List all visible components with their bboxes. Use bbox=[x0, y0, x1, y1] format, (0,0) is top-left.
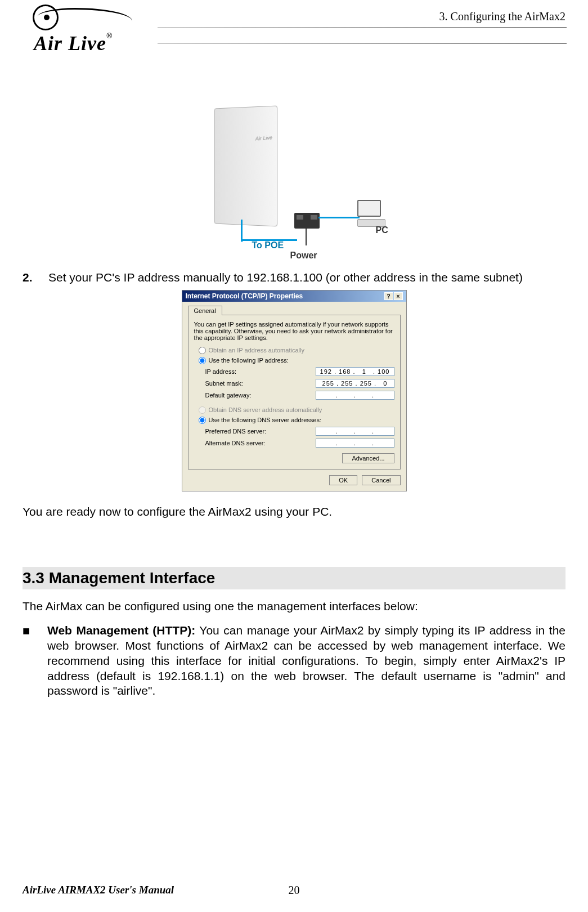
obtain-dns-auto-radio[interactable] bbox=[199, 406, 206, 414]
page-footer: AirLive AIRMAX2 User's Manual 20 bbox=[23, 884, 565, 896]
bullet-text: Web Management (HTTP): You can manage yo… bbox=[47, 623, 565, 699]
footer-manual-title: AirLive AIRMAX2 User's Manual bbox=[23, 884, 174, 896]
alternate-dns-field[interactable] bbox=[316, 439, 394, 448]
airmax-device-icon: Air Live bbox=[214, 105, 277, 226]
logo-text: Air Live® bbox=[34, 32, 113, 55]
cancel-button[interactable]: Cancel bbox=[362, 475, 400, 485]
step-text: Set your PC's IP address manually to 192… bbox=[48, 270, 565, 285]
use-following-dns-radio[interactable] bbox=[199, 417, 206, 424]
power-cable-icon bbox=[306, 229, 307, 245]
dialog-intro-text: You can get IP settings assigned automat… bbox=[194, 321, 394, 341]
subnet-mask-field[interactable] bbox=[316, 379, 394, 388]
power-label: Power bbox=[290, 251, 317, 261]
obtain-ip-auto-radio[interactable] bbox=[199, 347, 206, 354]
tcpip-properties-dialog: Internet Protocol (TCP/IP) Properties ?×… bbox=[182, 290, 407, 491]
bullet-icon: ■ bbox=[23, 623, 47, 699]
ok-button[interactable]: OK bbox=[329, 475, 357, 485]
tcpip-dialog-figure: Internet Protocol (TCP/IP) Properties ?×… bbox=[23, 290, 565, 491]
ethernet-cable-icon bbox=[318, 217, 360, 218]
section-intro: The AirMax can be configured using one t… bbox=[23, 600, 565, 613]
advanced-button[interactable]: Advanced... bbox=[342, 453, 394, 463]
default-gateway-label: Default gateway: bbox=[205, 392, 316, 399]
page-header: Air Live® 3. Configuring the AirMax2 bbox=[0, 0, 588, 68]
bullet-label: Web Management (HTTP): bbox=[47, 624, 195, 637]
obtain-ip-auto-label: Obtain an IP address automatically bbox=[209, 347, 394, 354]
connection-diagram: Air Live To POE Power PC bbox=[23, 107, 565, 265]
section-heading: 3.3 Management Interface bbox=[23, 567, 565, 589]
dialog-title: Internet Protocol (TCP/IP) Properties bbox=[186, 292, 303, 300]
header-rule-top bbox=[158, 27, 567, 28]
obtain-dns-auto-label: Obtain DNS server address automatically bbox=[209, 406, 394, 413]
brand-logo: Air Live® bbox=[17, 5, 141, 33]
to-poe-label: To POE bbox=[252, 240, 284, 251]
preferred-dns-field[interactable] bbox=[316, 427, 394, 436]
close-button[interactable]: × bbox=[394, 292, 403, 300]
use-following-ip-label: Use the following IP address: bbox=[209, 357, 394, 364]
use-following-ip-radio[interactable] bbox=[199, 357, 206, 364]
pc-label: PC bbox=[376, 225, 388, 235]
ethernet-cable-icon bbox=[241, 220, 243, 242]
default-gateway-field[interactable] bbox=[316, 391, 394, 400]
tab-general[interactable]: General bbox=[188, 306, 222, 315]
logo-graphic bbox=[17, 5, 141, 33]
logo-word: Air Live bbox=[34, 32, 106, 55]
dialog-titlebar: Internet Protocol (TCP/IP) Properties ?× bbox=[182, 290, 406, 302]
bullet-web-management: ■ Web Management (HTTP): You can manage … bbox=[23, 623, 565, 699]
page-number: 20 bbox=[289, 884, 300, 897]
subnet-mask-label: Subnet mask: bbox=[205, 380, 316, 387]
ip-address-field[interactable] bbox=[316, 367, 394, 376]
use-following-dns-label: Use the following DNS server addresses: bbox=[209, 417, 394, 423]
pc-icon bbox=[357, 200, 388, 228]
poe-injector-icon bbox=[294, 213, 320, 229]
step-2: 2. Set your PC's IP address manually to … bbox=[23, 270, 565, 285]
preferred-dns-label: Preferred DNS server: bbox=[205, 428, 316, 435]
ready-paragraph: You are ready now to configure the AirMa… bbox=[23, 505, 565, 518]
header-rule-bottom bbox=[158, 43, 567, 44]
device-brand-label: Air Live bbox=[255, 135, 272, 141]
alternate-dns-label: Alternate DNS server: bbox=[205, 440, 316, 446]
chapter-label: 3. Configuring the AirMax2 bbox=[439, 10, 565, 23]
ip-address-label: IP address: bbox=[205, 368, 316, 375]
registered-icon: ® bbox=[106, 32, 113, 40]
help-button[interactable]: ? bbox=[384, 292, 393, 300]
step-number: 2. bbox=[23, 270, 48, 285]
